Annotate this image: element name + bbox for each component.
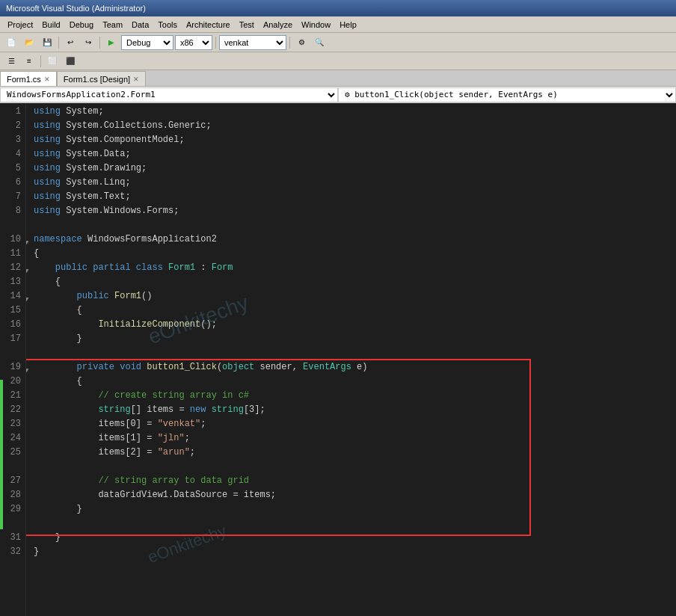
sep1 bbox=[58, 37, 59, 49]
menu-tools[interactable]: Tools bbox=[153, 19, 182, 31]
title-bar: Microsoft Visual Studio (Administrator) bbox=[0, 0, 676, 16]
open-file-btn[interactable]: 📂 bbox=[21, 35, 37, 50]
platform-select[interactable]: x86 x64 bbox=[175, 35, 212, 50]
sep5 bbox=[40, 55, 41, 67]
code-line-32: } bbox=[34, 545, 676, 559]
tab-form1-design-close[interactable]: ✕ bbox=[133, 76, 139, 83]
title-text: Microsoft Visual Studio (Administrator) bbox=[6, 4, 146, 13]
code-line-6: using System.Linq; bbox=[34, 176, 676, 190]
toolbar2-btn4[interactable]: ⬛ bbox=[62, 54, 79, 69]
code-line-13: { bbox=[34, 275, 676, 289]
code-line-18 bbox=[34, 346, 676, 360]
menu-architecture[interactable]: Architecture bbox=[182, 19, 235, 31]
toolbar2-btn2[interactable]: ≡ bbox=[21, 54, 37, 69]
arrow-2-svg bbox=[673, 404, 676, 417]
menu-analyze[interactable]: Analyze bbox=[259, 19, 297, 31]
code-line-8: using System.Windows.Forms; bbox=[34, 204, 676, 218]
code-line-5: using System.Drawing; bbox=[34, 161, 676, 176]
code-line-16: InitializeComponent(); bbox=[34, 318, 676, 332]
menu-test[interactable]: Test bbox=[235, 19, 259, 31]
nav-bar: WindowsFormsApplication2.Form1 ⚙ button1… bbox=[0, 87, 676, 103]
annotation-2-group: 2 bbox=[673, 403, 676, 418]
code-line-21: // create string array in c# bbox=[34, 389, 676, 403]
code-line-9 bbox=[34, 218, 676, 232]
toolbar-extra-btn1[interactable]: ⚙ bbox=[293, 35, 310, 50]
code-line-26 bbox=[34, 460, 676, 474]
code-line-27: // string array to data grid bbox=[34, 474, 676, 488]
green-change-bar bbox=[0, 380, 3, 529]
tab-form1-cs-close[interactable]: ✕ bbox=[44, 76, 50, 83]
menu-data[interactable]: Data bbox=[127, 19, 153, 31]
sep4 bbox=[289, 37, 290, 49]
code-line-4: using System.Data; bbox=[34, 147, 676, 161]
tab-form1-cs[interactable]: Form1.cs ✕ bbox=[0, 71, 57, 86]
collapse-class[interactable]: ▼ bbox=[26, 265, 28, 279]
code-line-22: string[] items = new string[3]; 2 bbox=[34, 403, 676, 417]
code-line-19: ▼ private void button1_Click(object send… bbox=[34, 360, 676, 375]
toolbar2-btn1[interactable]: ☰ bbox=[3, 54, 19, 69]
save-btn[interactable]: 💾 bbox=[39, 35, 55, 50]
tab-form1-design-label: Form1.cs [Design] bbox=[64, 75, 130, 84]
menu-build[interactable]: Build bbox=[37, 19, 64, 31]
line-numbers: 1 2 3 4 5 6 7 8 10 11 12 13 14 15 16 17 … bbox=[0, 103, 26, 616]
code-line-24: items[1] = "jln"; 3 bbox=[34, 431, 676, 446]
code-content[interactable]: eOhkitechy eOnkitechy using System; usin… bbox=[26, 103, 676, 616]
toolbar-extra-btn2[interactable]: 🔍 bbox=[311, 35, 328, 50]
code-line-29: } bbox=[34, 502, 676, 517]
redo-btn[interactable]: ↪ bbox=[80, 35, 96, 50]
collapse-ctor[interactable]: ▼ bbox=[26, 293, 28, 307]
sep3 bbox=[215, 37, 216, 49]
annotation-1-group: 1 bbox=[673, 360, 676, 375]
arrow-1-svg bbox=[673, 361, 676, 375]
menu-debug[interactable]: Debug bbox=[65, 19, 98, 31]
menu-help[interactable]: Help bbox=[335, 19, 361, 31]
code-line-17: } bbox=[34, 332, 676, 346]
code-line-3: using System.ComponentModel; bbox=[34, 133, 676, 147]
tab-bar: Form1.cs ✕ Form1.cs [Design] ✕ bbox=[0, 70, 676, 87]
new-file-btn[interactable]: 📄 bbox=[3, 35, 19, 50]
menu-bar: Project Build Debug Team Data Tools Arch… bbox=[0, 16, 676, 33]
code-line-28: dataGridView1.DataSource = items; 4 bbox=[34, 488, 676, 502]
code-line-2: using System.Collections.Generic; bbox=[34, 119, 676, 133]
code-line-11: { bbox=[34, 247, 676, 261]
toolbar-secondary: ☰ ≡ ⬜ ⬛ bbox=[0, 52, 676, 70]
code-line-12: ▼ public partial class Form1 : Form bbox=[34, 261, 676, 275]
collapse-method[interactable]: ▼ bbox=[26, 364, 28, 378]
user-select[interactable]: venkat bbox=[219, 35, 286, 50]
collapse-ns[interactable]: ▼ bbox=[26, 236, 28, 250]
toolbar-main: 📄 📂 💾 ↩ ↪ ▶ Debug Release x86 x64 venkat… bbox=[0, 33, 676, 52]
arrow-4-svg bbox=[673, 489, 676, 502]
tab-form1-design[interactable]: Form1.cs [Design] ✕ bbox=[57, 71, 146, 86]
code-line-23: items[0] = "venkat"; bbox=[34, 417, 676, 431]
toolbar2-btn3[interactable]: ⬜ bbox=[44, 54, 61, 69]
annotation-4-group: 4 bbox=[673, 488, 676, 503]
code-line-30 bbox=[34, 517, 676, 531]
undo-btn[interactable]: ↩ bbox=[62, 35, 79, 50]
code-line-31: } bbox=[34, 531, 676, 545]
menu-team[interactable]: Team bbox=[98, 19, 127, 31]
code-line-14: ▼ public Form1() bbox=[34, 289, 676, 304]
class-dropdown[interactable]: WindowsFormsApplication2.Form1 bbox=[0, 87, 338, 102]
code-line-10: ▼ namespace WindowsFormsApplication2 bbox=[34, 232, 676, 247]
code-line-25: items[2] = "arun"; bbox=[34, 446, 676, 460]
code-editor: 1 2 3 4 5 6 7 8 10 11 12 13 14 15 16 17 … bbox=[0, 103, 676, 616]
member-dropdown[interactable]: ⚙ button1_Click(object sender, EventArgs… bbox=[338, 87, 676, 102]
code-line-15: { bbox=[34, 304, 676, 318]
menu-window[interactable]: Window bbox=[297, 19, 335, 31]
code-line-20: { bbox=[34, 375, 676, 389]
sep2 bbox=[99, 37, 100, 49]
start-btn[interactable]: ▶ bbox=[103, 35, 120, 50]
debug-config-select[interactable]: Debug Release bbox=[121, 35, 173, 50]
menu-project[interactable]: Project bbox=[3, 19, 37, 31]
code-line-7: using System.Text; bbox=[34, 190, 676, 204]
tab-form1-cs-label: Form1.cs bbox=[7, 75, 41, 84]
code-line-1: using System; bbox=[34, 105, 676, 119]
